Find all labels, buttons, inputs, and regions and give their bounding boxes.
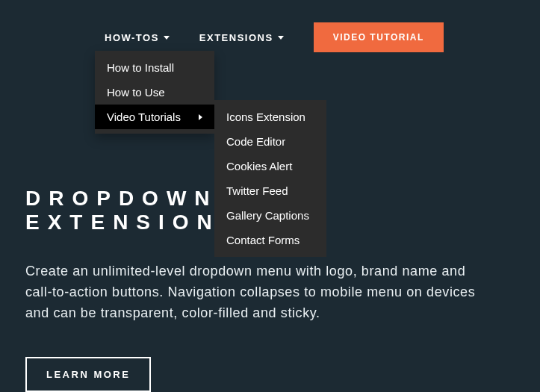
howtos-dropdown: How to Install How to Use Video Tutorial… [95,51,214,134]
learn-more-label: LEARN MORE [46,369,130,380]
submenu-item-gallery-captions[interactable]: Gallery Captions [214,203,326,228]
dropdown-item-video-tutorials[interactable]: Video Tutorials [95,105,214,129]
chevron-right-icon [199,114,202,120]
submenu-item-label: Cookies Alert [226,160,292,172]
nav-extensions-label: EXTENSIONS [199,32,273,43]
dropdown-item-label: Video Tutorials [107,111,181,123]
dropdown-item-install[interactable]: How to Install [95,55,214,80]
dropdown-item-label: How to Install [107,61,174,74]
submenu-item-label: Twitter Feed [226,184,288,197]
submenu-item-code-editor[interactable]: Code Editor [214,129,326,154]
caret-down-icon [164,36,170,40]
submenu-item-label: Contact Forms [226,234,300,246]
nav-howtos-label: HOW-TOS [105,32,159,43]
submenu-item-icons-extension[interactable]: Icons Extension [214,105,326,129]
video-tutorial-button[interactable]: VIDEO TUTORIAL [314,22,444,52]
nav-item-howtos[interactable]: HOW-TOS [105,32,170,43]
submenu-item-label: Gallery Captions [226,209,309,222]
submenu-item-twitter-feed[interactable]: Twitter Feed [214,178,326,203]
page-description: Create an unlimited-level dropdown menu … [25,261,482,324]
submenu-item-label: Code Editor [226,135,285,148]
learn-more-button[interactable]: LEARN MORE [25,357,151,392]
video-tutorials-submenu: Icons Extension Code Editor Cookies Aler… [214,100,326,257]
dropdown-item-label: How to Use [107,86,165,99]
submenu-item-contact-forms[interactable]: Contact Forms [214,228,326,252]
nav-item-extensions[interactable]: EXTENSIONS [199,32,284,43]
top-nav: HOW-TOS EXTENSIONS VIDEO TUTORIAL [0,0,540,52]
cta-label: VIDEO TUTORIAL [333,32,424,43]
submenu-item-cookies-alert[interactable]: Cookies Alert [214,154,326,178]
caret-down-icon [278,36,284,40]
dropdown-item-use[interactable]: How to Use [95,80,214,105]
submenu-item-label: Icons Extension [226,111,305,123]
